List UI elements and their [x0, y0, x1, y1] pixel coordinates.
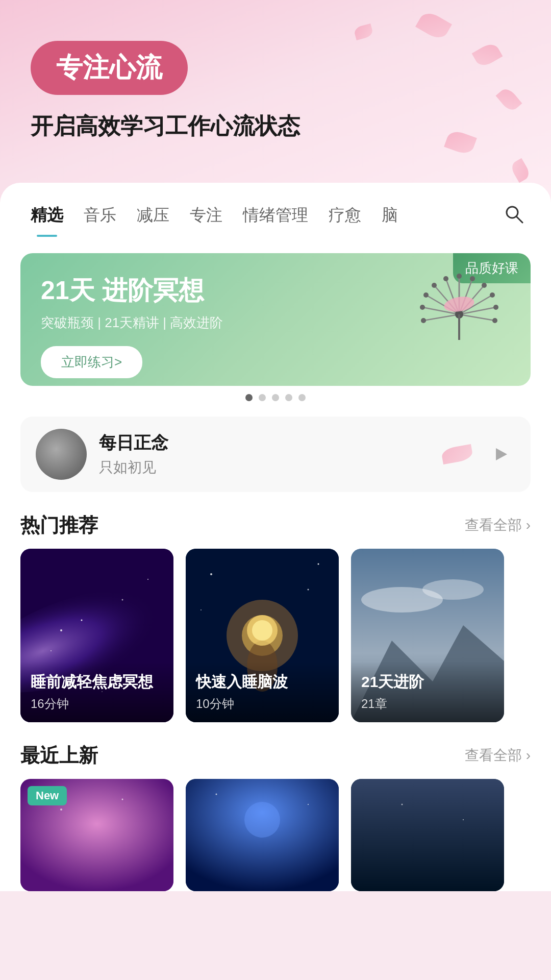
new-cards-list: New	[0, 779, 551, 891]
new-card-image-2	[186, 779, 339, 891]
svg-point-43	[308, 589, 309, 590]
petal-icon	[441, 444, 473, 464]
card-name-2: 快速入睡脑波	[196, 672, 329, 693]
svg-point-34	[147, 579, 148, 580]
hot-card-1[interactable]: 睡前减轻焦虑冥想 16分钟	[20, 549, 173, 722]
daily-mindfulness-card[interactable]: 每日正念 只如初见	[20, 416, 531, 492]
svg-point-30	[60, 629, 62, 631]
card-name-3: 21天进阶	[361, 672, 494, 693]
svg-point-23	[421, 318, 426, 323]
tab-stress[interactable]: 减压	[127, 204, 180, 237]
svg-rect-57	[351, 779, 504, 891]
banner-cta-button[interactable]: 立即练习>	[41, 346, 142, 378]
svg-point-42	[210, 573, 212, 575]
tab-featured[interactable]: 精选	[20, 204, 73, 237]
svg-point-19	[443, 276, 448, 281]
svg-point-14	[470, 276, 475, 281]
hot-section-header: 热门推荐 查看全部 ›	[0, 492, 551, 549]
svg-line-1	[516, 216, 522, 223]
dot-1[interactable]	[245, 394, 253, 401]
tab-brain[interactable]: 脑	[371, 204, 408, 237]
new-more-label: 查看全部	[465, 746, 522, 765]
svg-point-32	[51, 650, 52, 651]
svg-point-41	[252, 620, 272, 641]
card-name-1: 睡前减轻焦虑冥想	[31, 672, 163, 693]
dot-3[interactable]	[272, 394, 279, 401]
new-card-2[interactable]	[186, 779, 339, 891]
banner-dots	[0, 394, 551, 401]
svg-point-15	[482, 283, 487, 288]
tab-focus[interactable]: 专注	[180, 204, 233, 237]
new-card-1[interactable]: New	[20, 779, 173, 891]
card-overlay-1: 睡前减轻焦虑冥想 16分钟	[20, 662, 173, 722]
daily-subtitle: 只如初见	[99, 458, 430, 477]
svg-point-31	[81, 619, 83, 621]
hot-section-more[interactable]: 查看全部 ›	[465, 516, 531, 535]
svg-point-13	[457, 274, 462, 279]
search-button[interactable]	[493, 203, 531, 238]
main-content-card: 精选 音乐 减压 专注 情绪管理 疗愈 脑 品质好课 21天 进阶冥想 突破瓶颈…	[0, 183, 551, 891]
dot-4[interactable]	[285, 394, 292, 401]
svg-point-33	[122, 599, 123, 600]
new-card-3[interactable]	[351, 779, 504, 891]
svg-point-49	[422, 579, 484, 600]
hero-section: 专注心流 开启高效学习工作心流状态	[0, 0, 551, 162]
svg-point-51	[60, 808, 62, 811]
svg-point-21	[423, 292, 429, 298]
svg-point-26	[443, 295, 475, 314]
new-section-more[interactable]: 查看全部 ›	[465, 746, 531, 765]
svg-point-55	[216, 793, 217, 795]
tab-music[interactable]: 音乐	[73, 204, 127, 237]
banner-decoration	[413, 263, 515, 376]
svg-point-18	[492, 318, 497, 323]
daily-avatar	[36, 429, 87, 480]
hot-card-3[interactable]: 21天进阶 21章	[351, 549, 504, 722]
promo-banner: 品质好课 21天 进阶冥想 突破瓶颈 | 21天精讲 | 高效进阶 立即练习>	[20, 253, 531, 386]
hot-cards-list: 睡前减轻焦虑冥想 16分钟	[0, 549, 551, 722]
hot-card-2[interactable]: 快速入睡脑波 10分钟	[186, 549, 339, 722]
new-section-header: 最近上新 查看全部 ›	[0, 722, 551, 779]
chevron-right-icon-2: ›	[526, 747, 531, 764]
svg-point-54	[244, 802, 280, 838]
svg-point-59	[463, 819, 464, 820]
svg-point-20	[432, 283, 437, 288]
card-overlay-3: 21天进阶 21章	[351, 662, 504, 722]
hero-subtitle: 开启高效学习工作心流状态	[31, 110, 520, 142]
new-badge: New	[28, 786, 67, 805]
dot-5[interactable]	[298, 394, 306, 401]
hero-badge: 专注心流	[31, 41, 188, 95]
svg-point-45	[318, 563, 319, 565]
card-duration-2: 10分钟	[196, 696, 329, 712]
svg-point-58	[402, 803, 403, 805]
new-card-image-3	[351, 779, 504, 891]
svg-point-17	[493, 305, 498, 310]
svg-point-16	[490, 292, 495, 298]
daily-text-content: 每日正念 只如初见	[99, 431, 430, 477]
avatar-image	[36, 429, 87, 480]
new-section-title: 最近上新	[20, 743, 98, 769]
card-duration-3: 21章	[361, 696, 494, 712]
svg-point-56	[308, 804, 309, 805]
dot-2[interactable]	[259, 394, 266, 401]
svg-point-22	[420, 305, 425, 310]
svg-line-7	[459, 314, 495, 321]
card-duration-1: 16分钟	[31, 696, 163, 712]
hot-more-label: 查看全部	[465, 516, 522, 535]
svg-point-44	[201, 609, 202, 610]
tab-emotion[interactable]: 情绪管理	[233, 204, 318, 237]
tab-healing[interactable]: 疗愈	[318, 204, 371, 237]
hot-section-title: 热门推荐	[20, 512, 98, 538]
card-overlay-2: 快速入睡脑波 10分钟	[186, 662, 339, 722]
svg-marker-27	[496, 448, 507, 460]
play-button[interactable]	[485, 439, 515, 470]
daily-title: 每日正念	[99, 431, 430, 455]
chevron-right-icon: ›	[526, 517, 531, 533]
svg-point-52	[122, 798, 123, 800]
tab-navigation: 精选 音乐 减压 专注 情绪管理 疗愈 脑	[0, 203, 551, 238]
svg-line-12	[423, 314, 459, 321]
